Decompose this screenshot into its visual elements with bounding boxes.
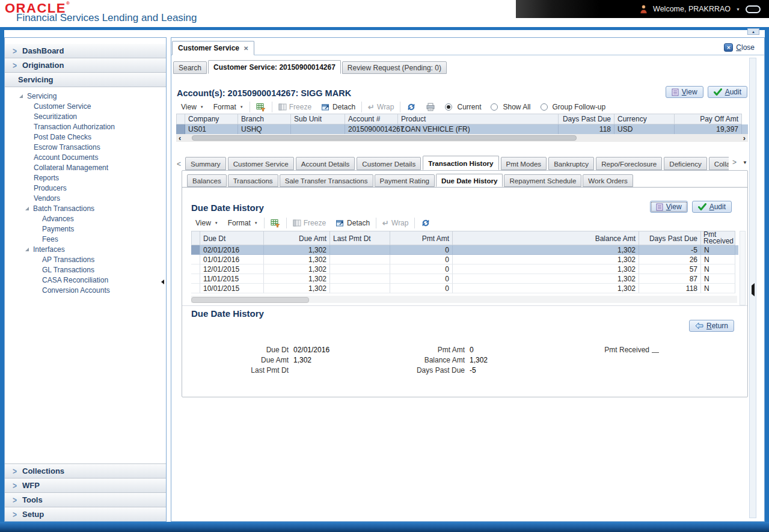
column-header-branch[interactable]: Branch [238,114,291,124]
sidebar-collapse-handle[interactable] [161,277,166,287]
export-to-excel-button[interactable] [251,103,271,112]
scroll-right-icon[interactable]: › [741,135,748,141]
toolbar-format-menu[interactable]: Format▼ [209,103,248,111]
radio-show-all[interactable]: Show All [486,103,535,111]
tree-node-transaction-authorization[interactable]: Transaction Authorization [5,121,166,132]
radio-group-follow-up[interactable]: Group Follow-up [536,103,611,111]
tab-collateral[interactable]: Collateral [709,157,729,170]
freeze-button[interactable]: Freeze [274,103,316,111]
column-header-pmt-amt[interactable]: Pmt Amt [390,231,453,245]
tab-due-date-history[interactable]: Due Date History [436,174,503,187]
sidebar-item-setup[interactable]: > Setup [5,507,166,521]
tree-node-conversion-accounts[interactable]: Conversion Accounts [5,285,166,295]
tree-node-customer-service[interactable]: Customer Service [5,101,166,111]
column-header-due-dt[interactable]: Due Dt [200,231,264,245]
tree-node-collateral-management[interactable]: Collateral Management [5,162,166,173]
welcome-user-menu[interactable]: Welcome, PRAKRRAO [653,5,731,13]
tree-node-advances[interactable]: Advances [5,213,166,224]
tab-customer-details[interactable]: Customer Details [357,157,421,170]
sidebar-item-tools[interactable]: > Tools [5,492,166,507]
detach-button[interactable]: Detach [331,219,375,227]
tab-scroll-left[interactable]: < [174,160,183,170]
tree-node-interfaces[interactable]: Interfaces [5,244,166,254]
column-header-balance-amt[interactable]: Balance Amt [453,231,639,245]
tab-deficiency[interactable]: Deficiency [664,157,706,170]
tab-repayment-schedule[interactable]: Repayment Schedule [504,174,581,187]
audit-button[interactable]: Audit [692,201,732,213]
logout-power-icon[interactable] [746,5,761,13]
tree-node-gl-transactions[interactable]: GL Transactions [5,264,166,275]
welcome-caret-icon[interactable]: ▼ [736,7,740,11]
sidebar-item-wfp[interactable]: > WFP [5,478,166,492]
tab-search[interactable]: Search [173,61,207,74]
scroll-left-icon[interactable]: ‹ [176,135,183,141]
tree-node-vendors[interactable]: Vendors [5,193,166,203]
tab-review-request[interactable]: Review Request (Pending: 0) [342,61,447,74]
tab-payment-rating[interactable]: Payment Rating [375,174,435,187]
tab-transaction-history[interactable]: Transaction History [423,156,498,170]
tree-node-casa-reconciliation[interactable]: CASA Reconciliation [5,275,166,285]
due-table-row[interactable]: 02/01/2016 1,302 0 1,302 -5 N [191,245,738,255]
column-header-due-amt[interactable]: Due Amt [264,231,330,245]
tab-summary[interactable]: Summary [185,157,226,170]
collapse-up-button[interactable]: ▲ [747,28,759,35]
tree-node-fees[interactable]: Fees [5,234,166,244]
print-button[interactable] [421,103,440,111]
due-table-row[interactable]: 10/01/2015 1,302 0 1,302 118 N [191,284,738,293]
toolbar-view-menu[interactable]: View▼ [191,219,223,227]
column-header-pmt-received[interactable]: Pmt Received [701,231,735,245]
wrap-button[interactable]: ↵ Wrap [378,219,413,228]
wrap-button[interactable]: ↵ Wrap [363,103,399,112]
due-table-row[interactable]: 12/01/2015 1,302 0 1,302 57 N [191,264,738,274]
sidebar-item-origination[interactable]: > Origination [5,58,166,73]
tab-scroll-right[interactable]: > [730,158,739,168]
tree-node-account-documents[interactable]: Account Documents [5,152,166,162]
tree-node-batch-transactions[interactable]: Batch Transactions [5,203,166,213]
sidebar-item-collections[interactable]: > Collections [5,463,166,478]
tab-customer-service-account[interactable]: Customer Service: 20150900014267 [208,60,341,74]
due-table-hscrollbar[interactable] [191,296,737,303]
due-table-vscrollbar[interactable] [740,231,746,305]
tab-bankruptcy[interactable]: Bankruptcy [548,157,594,170]
return-button[interactable]: Return [689,320,734,332]
account-table-hscrollbar[interactable]: ‹ › [176,134,748,142]
doc-tab-close-icon[interactable]: ✕ [244,45,248,52]
tab-transactions[interactable]: Transactions [228,174,278,187]
view-button[interactable]: View [650,201,688,213]
hscroll-thumb[interactable] [191,297,309,303]
audit-button[interactable]: Audit [708,86,747,98]
tab-sale-transfer-transactions[interactable]: Sale Transfer Transactions [280,174,373,187]
toolbar-view-menu[interactable]: View▼ [176,103,209,111]
tree-node-escrow-transactions[interactable]: Escrow Transactions [5,142,166,152]
panel-collapse-handle[interactable] [752,286,755,294]
column-header-company[interactable]: Company [185,114,238,124]
tab-repo-foreclosure[interactable]: Repo/Foreclosure [596,157,662,170]
column-header-days-past-due[interactable]: Days Past Due [559,114,614,124]
column-header-last-pmt-dt[interactable]: Last Pmt Dt [330,231,390,245]
tree-node-securitization[interactable]: Securitization [5,111,166,121]
tab-pmt-modes[interactable]: Pmt Modes [501,157,547,170]
column-header-product[interactable]: Product [398,114,559,124]
toolbar-format-menu[interactable]: Format▼ [223,219,263,227]
tree-node-producers[interactable]: Producers [5,183,166,193]
sidebar-item-servicing[interactable]: Servicing [5,73,166,87]
due-table-row[interactable]: 01/01/2016 1,302 0 1,302 26 N [191,255,738,264]
tree-node-servicing[interactable]: Servicing [5,91,166,101]
column-header-currency[interactable]: Currency [614,114,675,124]
tab-list-dropdown-icon[interactable]: ▼ [743,160,747,165]
refresh-button[interactable] [416,218,435,228]
due-table-row[interactable]: 11/01/2015 1,302 0 1,302 87 N [191,274,738,284]
hscroll-thumb[interactable] [192,135,577,141]
sidebar-item-dashboard[interactable]: > DashBoard [5,44,166,58]
column-header-pay-off-amt[interactable]: Pay Off Amt [675,114,742,124]
export-to-excel-button[interactable] [266,219,285,228]
tree-node-payments[interactable]: Payments [5,224,166,234]
close-button[interactable]: ✕ Close [724,43,755,52]
tab-balances[interactable]: Balances [187,174,227,187]
tab-customer-service[interactable]: Customer Service [228,157,294,170]
tree-node-post-date-checks[interactable]: Post Date Checks [5,132,166,142]
tree-node-ap-transactions[interactable]: AP Transactions [5,254,166,264]
tree-node-reports[interactable]: Reports [5,173,166,183]
doc-tab-customer-service[interactable]: Customer Service ✕ [172,41,254,55]
column-header-account[interactable]: Account # [345,114,398,124]
